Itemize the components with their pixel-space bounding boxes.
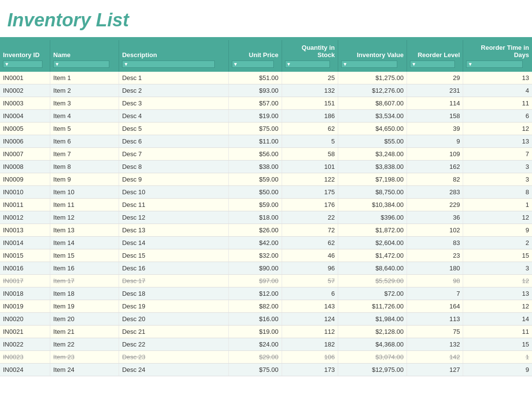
- col-label: Reorder Level: [418, 51, 460, 59]
- cell-reorderLevel: 23: [407, 249, 463, 262]
- cell-inventoryValue: $8,607.00: [338, 97, 407, 110]
- cell-quantityInStock: 62: [282, 122, 338, 135]
- cell-id: IN0017: [0, 275, 50, 287]
- table-row: IN0019Item 19Desc 19$82.00143$11,726.001…: [0, 300, 532, 313]
- col-header-name: Name ▼: [50, 40, 119, 72]
- inventory-table: Inventory ID ▼ Name ▼ Description ▼ Unit…: [0, 40, 532, 376]
- table-row: IN0001Item 1Desc 1$51.0025$1,275.002913: [0, 72, 532, 84]
- table-row: IN0021Item 21Desc 21$19.00112$2,128.0075…: [0, 326, 532, 338]
- cell-id: IN0012: [0, 211, 50, 224]
- cell-reorderTimeDays: 11: [463, 326, 532, 338]
- cell-quantityInStock: 25: [282, 72, 338, 84]
- cell-quantityInStock: 151: [282, 97, 338, 110]
- cell-unitPrice: $57.00: [228, 97, 282, 110]
- cell-inventoryValue: $396.00: [338, 211, 407, 224]
- cell-name: Item 16: [50, 262, 119, 275]
- cell-id: IN0001: [0, 72, 50, 84]
- cell-unitPrice: $51.00: [228, 72, 282, 84]
- cell-unitPrice: $75.00: [228, 122, 282, 135]
- cell-reorderLevel: 109: [407, 148, 463, 161]
- col-label: Inventory ID: [3, 51, 40, 59]
- cell-id: IN0021: [0, 326, 50, 338]
- cell-description: Desc 19: [119, 300, 228, 313]
- table-row: IN0004Item 4Desc 4$19.00186$3,534.001586: [0, 110, 532, 122]
- cell-id: IN0014: [0, 237, 50, 249]
- cell-id: IN0007: [0, 148, 50, 161]
- cell-quantityInStock: 124: [282, 313, 338, 326]
- cell-description: Desc 13: [119, 224, 228, 237]
- cell-description: Desc 7: [119, 148, 228, 161]
- col-filter-name[interactable]: ▼: [53, 61, 109, 68]
- cell-quantityInStock: 143: [282, 300, 338, 313]
- cell-name: Item 3: [50, 97, 119, 110]
- col-filter-quantityInStock[interactable]: ▼: [285, 61, 330, 68]
- cell-quantityInStock: 57: [282, 275, 338, 287]
- col-header-unitPrice: Unit Price ▼: [228, 40, 282, 72]
- table-row: IN0011Item 11Desc 11$59.00176$10,384.002…: [0, 199, 532, 211]
- cell-reorderLevel: 39: [407, 122, 463, 135]
- cell-description: Desc 9: [119, 173, 228, 186]
- title-section: Inventory List: [0, 5, 532, 33]
- cell-description: Desc 18: [119, 287, 228, 300]
- cell-id: IN0004: [0, 110, 50, 122]
- col-header-quantityInStock: Quantity in Stock ▼: [282, 40, 338, 72]
- cell-quantityInStock: 5: [282, 135, 338, 148]
- table-row: IN0013Item 13Desc 13$26.0072$1,872.00102…: [0, 224, 532, 237]
- cell-reorderLevel: 114: [407, 97, 463, 110]
- cell-name: Item 22: [50, 338, 119, 351]
- col-header-reorderTimeDays: Reorder Time in Days ▼: [463, 40, 532, 72]
- cell-inventoryValue: $2,604.00: [338, 237, 407, 249]
- col-header-id: Inventory ID ▼: [0, 40, 50, 72]
- table-row: IN0018Item 18Desc 18$12.006$72.00713: [0, 287, 532, 300]
- cell-reorderLevel: 9: [407, 135, 463, 148]
- col-filter-id[interactable]: ▼: [3, 61, 42, 68]
- cell-inventoryValue: $2,128.00: [338, 326, 407, 338]
- col-filter-description[interactable]: ▼: [122, 61, 215, 68]
- cell-description: Desc 16: [119, 262, 228, 275]
- cell-quantityInStock: 22: [282, 211, 338, 224]
- cell-reorderTimeDays: 14: [463, 313, 532, 326]
- cell-id: IN0011: [0, 199, 50, 211]
- cell-id: IN0002: [0, 84, 50, 97]
- cell-quantityInStock: 101: [282, 161, 338, 173]
- col-label: Description: [122, 51, 157, 59]
- cell-unitPrice: $26.00: [228, 224, 282, 237]
- cell-reorderTimeDays: 13: [463, 72, 532, 84]
- cell-description: Desc 8: [119, 161, 228, 173]
- cell-reorderTimeDays: 12: [463, 275, 532, 287]
- cell-reorderTimeDays: 11: [463, 97, 532, 110]
- col-filter-reorderTimeDays[interactable]: ▼: [466, 61, 523, 68]
- cell-description: Desc 3: [119, 97, 228, 110]
- col-filter-inventoryValue[interactable]: ▼: [341, 61, 397, 68]
- cell-name: Item 21: [50, 326, 119, 338]
- table-row: IN0022Item 22Desc 22$24.00182$4,368.0013…: [0, 338, 532, 351]
- col-filter-reorderLevel[interactable]: ▼: [410, 61, 455, 68]
- cell-quantityInStock: 46: [282, 249, 338, 262]
- cell-description: Desc 24: [119, 364, 228, 376]
- cell-quantityInStock: 176: [282, 199, 338, 211]
- cell-name: Item 18: [50, 287, 119, 300]
- cell-unitPrice: $38.00: [228, 161, 282, 173]
- cell-unitPrice: $75.00: [228, 364, 282, 376]
- cell-description: Desc 14: [119, 237, 228, 249]
- cell-inventoryValue: $3,534.00: [338, 110, 407, 122]
- cell-unitPrice: $19.00: [228, 326, 282, 338]
- cell-quantityInStock: 72: [282, 224, 338, 237]
- cell-reorderLevel: 83: [407, 237, 463, 249]
- cell-name: Item 10: [50, 186, 119, 199]
- cell-id: IN0015: [0, 249, 50, 262]
- cell-inventoryValue: $4,368.00: [338, 338, 407, 351]
- table-row: IN0014Item 14Desc 14$42.0062$2,604.00832: [0, 237, 532, 249]
- cell-description: Desc 17: [119, 275, 228, 287]
- cell-name: Item 14: [50, 237, 119, 249]
- cell-reorderLevel: 158: [407, 110, 463, 122]
- cell-reorderTimeDays: 13: [463, 135, 532, 148]
- cell-reorderLevel: 164: [407, 300, 463, 313]
- cell-reorderTimeDays: 15: [463, 338, 532, 351]
- cell-reorderTimeDays: 2: [463, 237, 532, 249]
- cell-inventoryValue: $72.00: [338, 287, 407, 300]
- cell-description: Desc 15: [119, 249, 228, 262]
- cell-inventoryValue: $1,275.00: [338, 72, 407, 84]
- col-filter-unitPrice[interactable]: ▼: [232, 61, 274, 68]
- cell-reorderTimeDays: 1: [463, 199, 532, 211]
